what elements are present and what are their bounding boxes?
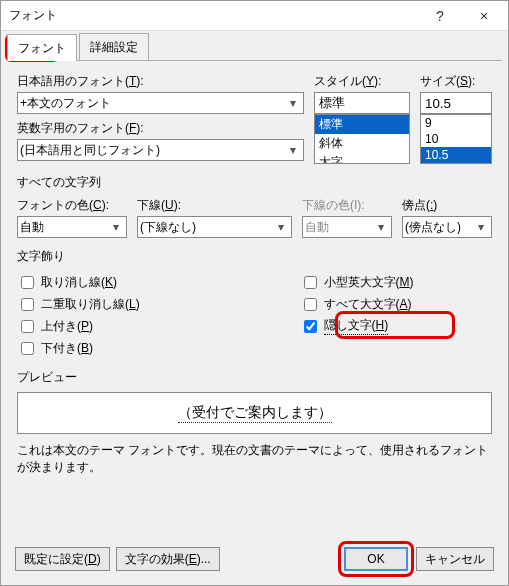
dropdown-arrow-icon: ▾	[285, 96, 301, 110]
check-sub[interactable]: 下付き(B)	[17, 337, 210, 359]
note-text: これは本文のテーマ フォントです。現在の文書のテーマによって、使用されるフォント…	[17, 442, 492, 476]
cancel-button[interactable]: キャンセル	[416, 547, 494, 571]
set-default-button[interactable]: 既定に設定(D)	[15, 547, 110, 571]
emphasis-combo[interactable]: (傍点なし)▾	[402, 216, 492, 238]
tab-underline	[7, 60, 502, 61]
button-bar: 既定に設定(D) 文字の効果(E)... OK キャンセル	[1, 537, 508, 585]
size-option[interactable]: 9	[421, 115, 491, 131]
label-preview: プレビュー	[17, 369, 492, 386]
label-all-text: すべての文字列	[17, 174, 492, 191]
preview-text: （受付でご案内します）	[178, 404, 332, 423]
style-option[interactable]: 斜体	[315, 134, 409, 153]
label-emphasis: 傍点(:)	[402, 197, 492, 214]
jp-font-combo[interactable]: +本文のフォント ▾	[17, 92, 304, 114]
style-option[interactable]: 太字	[315, 153, 409, 164]
title-bar: フォント ? ×	[1, 1, 508, 31]
size-list[interactable]: 9 10 10.5	[420, 114, 492, 164]
size-input[interactable]	[420, 92, 492, 114]
size-option[interactable]: 10.5	[421, 147, 491, 163]
font-color-combo[interactable]: 自動▾	[17, 216, 127, 238]
style-input[interactable]	[314, 92, 410, 114]
label-size: サイズ(S):	[420, 73, 492, 90]
label-underline: 下線(U):	[137, 197, 292, 214]
label-en-font: 英数字用のフォント(F):	[17, 120, 304, 137]
label-jp-font: 日本語用のフォント(T):	[17, 73, 304, 90]
window-title: フォント	[9, 7, 418, 24]
help-button[interactable]: ?	[418, 2, 462, 30]
content-area: 日本語用のフォント(T): +本文のフォント ▾ 英数字用のフォント(F): (…	[1, 61, 508, 476]
style-list[interactable]: 標準 斜体 太字	[314, 114, 410, 164]
font-dialog: フォント ? × フォント 詳細設定 日本語用のフォント(T): +本文のフォン…	[0, 0, 509, 586]
dropdown-arrow-icon: ▾	[473, 220, 489, 234]
preview-area: （受付でご案内します）	[17, 392, 492, 434]
tab-font[interactable]: フォント	[7, 34, 77, 61]
dropdown-arrow-icon: ▾	[285, 143, 301, 157]
check-smallcaps[interactable]: 小型英大文字(M)	[300, 271, 493, 293]
label-effects: 文字飾り	[17, 248, 492, 265]
label-font-color: フォントの色(C):	[17, 197, 127, 214]
ul-color-combo: 自動▾	[302, 216, 392, 238]
label-style: スタイル(Y):	[314, 73, 410, 90]
jp-font-value: +本文のフォント	[20, 95, 111, 112]
check-hidden[interactable]: 隠し文字(H)	[300, 315, 493, 337]
style-option[interactable]: 標準	[315, 115, 409, 134]
check-strike[interactable]: 取り消し線(K)	[17, 271, 210, 293]
tab-advanced[interactable]: 詳細設定	[79, 33, 149, 61]
label-ul-color: 下線の色(I):	[302, 197, 392, 214]
check-dstrike[interactable]: 二重取り消し線(L)	[17, 293, 210, 315]
dropdown-arrow-icon: ▾	[373, 220, 389, 234]
dropdown-arrow-icon: ▾	[273, 220, 289, 234]
ok-button[interactable]: OK	[344, 547, 408, 571]
en-font-combo[interactable]: (日本語用と同じフォント) ▾	[17, 139, 304, 161]
check-allcaps[interactable]: すべて大文字(A)	[300, 293, 493, 315]
en-font-value: (日本語用と同じフォント)	[20, 142, 160, 159]
check-sup[interactable]: 上付き(P)	[17, 315, 210, 337]
dropdown-arrow-icon: ▾	[108, 220, 124, 234]
text-effects-button[interactable]: 文字の効果(E)...	[116, 547, 220, 571]
size-option[interactable]: 10	[421, 131, 491, 147]
tab-strip: フォント 詳細設定	[1, 31, 508, 61]
close-button[interactable]: ×	[462, 2, 506, 30]
underline-combo[interactable]: (下線なし)▾	[137, 216, 292, 238]
